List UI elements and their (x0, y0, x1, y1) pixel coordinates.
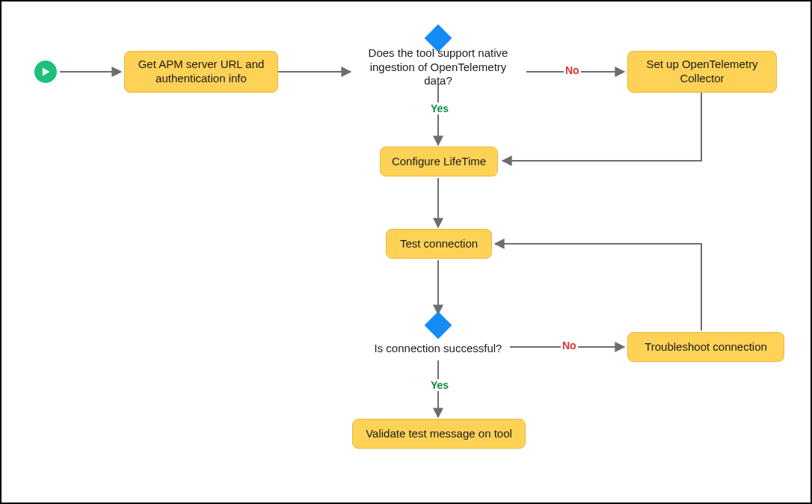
edge-label-no: No (561, 339, 578, 351)
process-test-connection: Test connection (386, 229, 492, 259)
play-icon (40, 67, 51, 77)
process-set-up-collector: Set up OpenTelemetry Collector (627, 51, 777, 93)
process-label: Troubleshoot connection (645, 340, 767, 354)
process-label: Configure LifeTime (392, 155, 486, 169)
process-get-apm: Get APM server URL and authentication in… (124, 51, 278, 93)
process-label: Validate test message on tool (366, 427, 512, 441)
start-node (34, 61, 57, 83)
decision-native: Does the tool support native ingestion o… (353, 51, 523, 84)
decision-label: Is connection successful? (375, 342, 502, 356)
process-label: Get APM server URL and authentication in… (135, 58, 267, 86)
decision-label: Does the tool support native ingestion o… (363, 46, 513, 88)
process-label: Test connection (400, 237, 478, 251)
decision-success: Is connection successful? (363, 338, 513, 359)
process-configure-lifetime: Configure LifeTime (380, 147, 498, 176)
edge-label-yes: Yes (429, 379, 450, 391)
edge-label-no: No (564, 64, 581, 76)
flowchart-canvas: Get APM server URL and authentication in… (0, 0, 812, 504)
process-validate: Validate test message on tool (352, 419, 526, 449)
process-label: Set up OpenTelemetry Collector (639, 58, 766, 86)
process-troubleshoot: Troubleshoot connection (627, 332, 784, 362)
decision-diamond-success (425, 312, 452, 339)
edge-label-yes: Yes (429, 102, 450, 114)
